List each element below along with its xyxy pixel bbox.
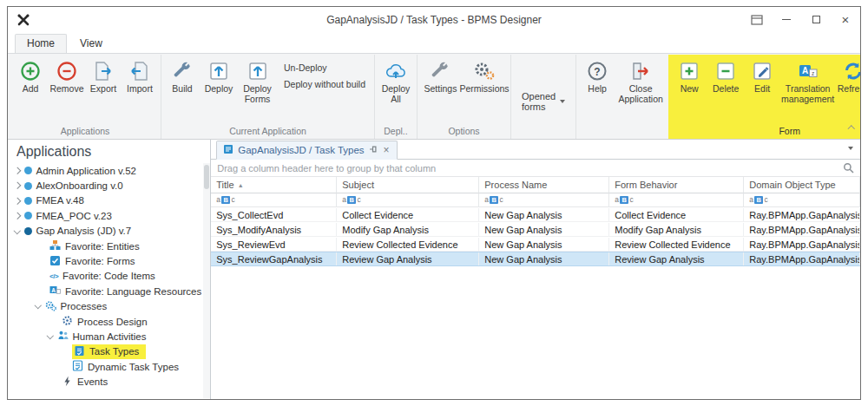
filter-cell[interactable] [744, 193, 860, 207]
tree-item-dynamic-task-types[interactable]: Dynamic Task Types [8, 359, 210, 374]
maximize-icon[interactable] [801, 9, 831, 30]
applications-tree: Admin Application v.52 AlexOnboarding v.… [8, 163, 210, 399]
tree-item-process-design[interactable]: Process Design [8, 314, 210, 329]
tree-item-favorite-code-items[interactable]: </> Favorite: Code Items [8, 269, 210, 284]
sidebar-scrollbar[interactable] [203, 163, 210, 398]
opened-forms-dropdown[interactable]: Opened forms [514, 88, 573, 115]
import-button[interactable]: Import [122, 56, 158, 94]
grid-header-row: Title ▲ Subject Process Name Form Behavi… [211, 177, 860, 193]
language-icon: A [49, 285, 61, 298]
group-label-current-application: Current Application [161, 126, 374, 139]
tree-item-human-activities[interactable]: Human Activities [8, 329, 210, 344]
tree-item-favorite-entities[interactable]: Favorite: Entities [8, 239, 210, 253]
tree-item-fmea-poc[interactable]: FMEA_POC v.23 [8, 208, 210, 223]
close-window-icon[interactable]: × [831, 9, 860, 30]
processes-gears-icon [45, 300, 56, 313]
tab-list-dropdown-icon[interactable] [848, 138, 853, 154]
column-header-subject[interactable]: Subject [337, 177, 479, 193]
svg-text:?: ? [594, 65, 600, 77]
permissions-button[interactable]: Permissions [461, 56, 508, 94]
close-application-button[interactable]: Close Application [615, 56, 666, 104]
close-tab-icon[interactable]: × [384, 145, 390, 155]
table-row[interactable]: Sys_ModifyAnalysis Modify Gap Analysis N… [211, 222, 860, 237]
translation-management-button[interactable]: Az Translation management [780, 56, 835, 104]
group-label-form: Form [668, 126, 861, 139]
chevron-right-icon[interactable] [14, 198, 21, 205]
tab-home[interactable]: Home [15, 34, 67, 54]
new-button[interactable]: New [671, 56, 707, 94]
collapse-ribbon-icon[interactable] [849, 119, 854, 134]
filter-cell[interactable] [479, 193, 609, 207]
tree-item-favorite-language-resources[interactable]: A Favorite: Language Resources [8, 284, 210, 298]
filter-cell[interactable] [211, 193, 337, 207]
scrollbar-thumb[interactable] [204, 165, 209, 189]
tree-item-processes[interactable]: Processes [8, 299, 210, 314]
tree-item-gap-analysis[interactable]: Gap Analysis (JD) v.7 [8, 224, 210, 239]
filter-cell[interactable] [337, 193, 479, 207]
table-row-selected[interactable]: Sys_ReviewGapAnalysis Review Gap Analysi… [211, 252, 860, 266]
chevron-down-icon[interactable] [47, 332, 54, 339]
settings-button[interactable]: Settings [420, 56, 461, 94]
remove-button[interactable]: Remove [49, 56, 85, 94]
column-header-process-name[interactable]: Process Name [479, 177, 609, 193]
pin-icon[interactable] [369, 145, 378, 155]
minimize-icon[interactable] [772, 9, 801, 30]
tab-view[interactable]: View [69, 35, 114, 53]
desktop-background: GapAnalysisJD / Task Types - BPMS Design… [0, 0, 868, 406]
deploy-without-build-button[interactable]: Deploy without build [278, 75, 372, 92]
search-icon[interactable] [843, 162, 854, 174]
deploy-all-button[interactable]: Deploy All [378, 56, 414, 104]
edit-icon [751, 58, 773, 83]
document-tab-task-types[interactable]: GapAnalysisJD / Task Types × [216, 141, 397, 160]
ribbon-group-options: Settings Permissions Options [417, 55, 510, 139]
ribbon-display-options-icon[interactable] [742, 9, 772, 30]
ribbon: Add Remove Export Import Applications [8, 53, 860, 140]
document-area: GapAnalysisJD / Task Types × Drag a colu… [211, 140, 860, 399]
build-button[interactable]: Build [164, 56, 201, 94]
tree-item-fmea[interactable]: FMEA v.48 [8, 193, 210, 208]
ribbon-tab-bar: Home View [8, 32, 860, 53]
column-header-form-behavior[interactable]: Form Behavior [609, 177, 744, 193]
help-icon: ? [586, 58, 608, 83]
add-button[interactable]: Add [12, 56, 49, 94]
edit-button[interactable]: Edit [744, 56, 780, 94]
tree-item-events[interactable]: Events [8, 374, 210, 389]
title-bar[interactable]: GapAnalysisJD / Task Types - BPMS Design… [8, 7, 860, 32]
export-button[interactable]: Export [85, 56, 122, 94]
chevron-right-icon[interactable] [14, 167, 21, 174]
task-types-highlight: Task Types [72, 344, 146, 359]
window-title: GapAnalysisJD / Task Types - BPMS Design… [8, 14, 860, 26]
refresh-button[interactable]: Refresh [835, 56, 861, 94]
table-row[interactable]: Sys_ReviewEvd Review Collected Evidence … [211, 237, 860, 252]
help-button[interactable]: ? Help [579, 56, 615, 94]
application-icon [24, 182, 32, 190]
chevron-down-icon[interactable] [14, 226, 21, 233]
undeploy-button[interactable]: Un-Deploy [278, 59, 333, 75]
tree-item-task-types[interactable]: Task Types [8, 344, 210, 359]
deploy-options-column: Un-Deploy Deploy without build [278, 59, 372, 92]
group-label-options: Options [418, 126, 510, 139]
column-header-domain-object-type[interactable]: Domain Object Type [744, 177, 860, 193]
deploy-forms-icon [247, 58, 269, 83]
chevron-down-icon[interactable] [35, 302, 42, 309]
table-row[interactable]: Sys_CollectEvd Collect Evidence New Gap … [211, 207, 860, 222]
abc-filter-icon [749, 196, 767, 205]
tree-item-favorite-forms[interactable]: Favorite: Forms [8, 253, 210, 268]
group-by-bar[interactable]: Drag a column header here to group by th… [211, 160, 860, 177]
tree-item-admin-application[interactable]: Admin Application v.52 [8, 163, 210, 178]
delete-button[interactable]: Delete [707, 56, 744, 94]
new-icon [678, 58, 700, 83]
filter-cell[interactable] [609, 193, 744, 207]
applications-panel-title: Applications [8, 140, 210, 163]
deploy-button[interactable]: Deploy [201, 56, 237, 94]
application-icon [24, 212, 32, 219]
deploy-icon [207, 58, 230, 83]
abc-filter-icon [484, 196, 503, 205]
tree-item-alexonboarding[interactable]: AlexOnboarding v.0 [8, 178, 210, 193]
app-window: GapAnalysisJD / Task Types - BPMS Design… [7, 6, 861, 400]
deploy-all-icon [385, 58, 407, 83]
chevron-right-icon[interactable] [14, 182, 21, 189]
column-header-title[interactable]: Title ▲ [211, 177, 337, 193]
chevron-right-icon[interactable] [14, 213, 21, 219]
deploy-forms-button[interactable]: Deploy Forms [237, 56, 278, 104]
